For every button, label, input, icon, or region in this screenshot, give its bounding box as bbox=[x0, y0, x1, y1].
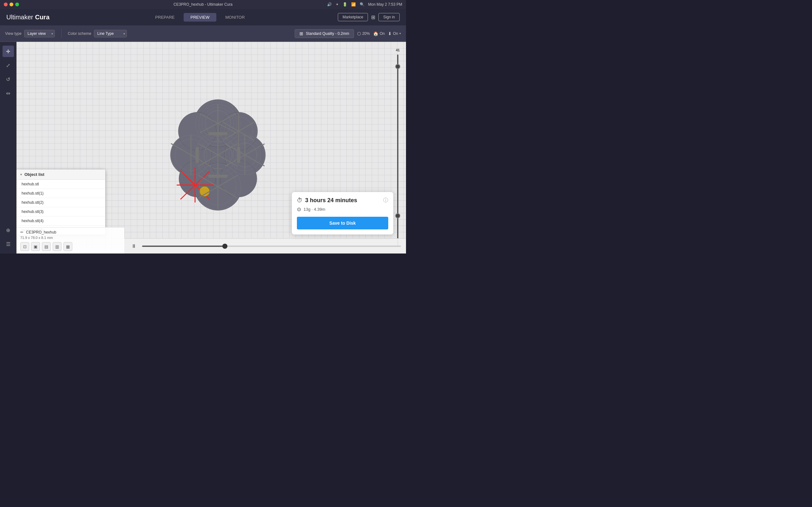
infill-icon: ⬡ bbox=[357, 31, 361, 36]
svg-rect-48 bbox=[208, 175, 227, 178]
logo-ultimaker: Ultimaker bbox=[6, 14, 33, 21]
model-name: CE3PRO_hexhub bbox=[26, 230, 56, 234]
edit-row: ✏ CE3PRO_hexhub bbox=[20, 230, 120, 234]
quality-icon: ⊞ bbox=[299, 31, 303, 36]
header-nav: PREPARE PREVIEW MONITOR bbox=[62, 13, 338, 21]
save-to-disk-button[interactable]: Save to Disk bbox=[297, 217, 388, 229]
list-item[interactable]: hexhub.stl(1) bbox=[16, 189, 105, 198]
svg-rect-49 bbox=[196, 147, 199, 163]
layer-progress-thumb[interactable] bbox=[222, 244, 227, 249]
toolbar: View type Layer view Solid view X-Ray vi… bbox=[0, 25, 406, 42]
bottom-info: ✏ CE3PRO_hexhub 71.9 x 78.0 x 8.1 mm ⊡ ▣… bbox=[16, 227, 124, 253]
traffic-lights bbox=[4, 3, 19, 6]
list-item[interactable]: hexhub.stl bbox=[16, 180, 105, 189]
print-material: 13g · 4.39m bbox=[304, 207, 325, 212]
layer-progress-fill bbox=[142, 245, 225, 247]
layer-slider[interactable]: 41 bbox=[395, 48, 401, 247]
clock-icon: ⏱ bbox=[297, 197, 303, 204]
info-icon[interactable]: ⓘ bbox=[383, 197, 388, 204]
search-icon[interactable]: 🔍 bbox=[360, 2, 364, 7]
toolbar-right: ⊞ Standard Quality - 0.2mm ⬡ 20% 🏠 On ⬇ … bbox=[295, 29, 401, 38]
rotate-tool-button[interactable]: ↺ bbox=[3, 73, 14, 85]
object-list-header[interactable]: ▾ Object list bbox=[16, 170, 105, 180]
print-material-row: ⊙ 13g · 4.39m bbox=[297, 206, 388, 212]
object-list-button[interactable]: ☰ bbox=[3, 238, 14, 250]
pause-button[interactable]: ⏸ bbox=[130, 242, 138, 250]
print-time-left: ⏱ 3 hours 24 minutes bbox=[297, 197, 357, 204]
mirror-tool-button[interactable]: ⇔ bbox=[3, 88, 14, 99]
layer-number: 41 bbox=[396, 48, 400, 52]
color-scheme-select-wrapper[interactable]: Line Type Speed Temperature bbox=[94, 30, 127, 38]
top-view-button[interactable]: ▦ bbox=[63, 242, 72, 251]
edit-icon[interactable]: ✏ bbox=[20, 230, 23, 234]
object-list-title: Object list bbox=[24, 172, 44, 177]
move-tool-button[interactable]: ✛ bbox=[3, 46, 14, 57]
adhesion-icon: ⬇ bbox=[388, 31, 392, 36]
nav-prepare[interactable]: PREPARE bbox=[148, 13, 182, 21]
side-view-button[interactable]: ▥ bbox=[53, 242, 61, 251]
logo-cura: Cura bbox=[35, 14, 49, 21]
titlebar-right: 🔊 ✦ 🔋 📶 🔍 Mon May 2 7:53 PM bbox=[327, 2, 402, 7]
close-button[interactable] bbox=[4, 3, 8, 6]
material-icon: ⊙ bbox=[297, 206, 301, 212]
fullscreen-button[interactable] bbox=[15, 3, 19, 6]
app-header: Ultimaker Cura PREPARE PREVIEW MONITOR M… bbox=[0, 9, 406, 25]
view-type-select[interactable]: Layer view Solid view X-Ray view bbox=[24, 30, 55, 38]
left-sidebar: ✛ ⤢ ↺ ⇔ ⊕ ☰ bbox=[0, 42, 16, 253]
view-type-group: View type Layer view Solid view X-Ray vi… bbox=[5, 30, 55, 38]
list-item[interactable]: hexhub.stl(4) bbox=[16, 216, 105, 226]
svg-point-32 bbox=[200, 186, 210, 196]
color-scheme-select[interactable]: Line Type Speed Temperature bbox=[94, 30, 127, 38]
infill-label: 20% bbox=[362, 32, 370, 36]
wifi-icon: 📶 bbox=[351, 2, 356, 7]
minimize-button[interactable] bbox=[9, 3, 13, 6]
canvas-area[interactable]: 41 ▾ Object list hexhub.stl hexhub.stl(1… bbox=[16, 42, 406, 253]
print-info-panel: ⏱ 3 hours 24 minutes ⓘ ⊙ 13g · 4.39m Sav… bbox=[292, 192, 393, 234]
list-item[interactable]: hexhub.stl(2) bbox=[16, 198, 105, 207]
bottom-tools: ⊡ ▣ ▤ ▥ ▦ bbox=[20, 242, 120, 251]
battery-icon: 🔋 bbox=[343, 2, 347, 7]
scale-tool-button[interactable]: ⤢ bbox=[3, 60, 14, 71]
layer-control-bar: ⏸ bbox=[124, 238, 406, 253]
support-icon: 🏠 bbox=[373, 31, 378, 36]
bluetooth-icon: ✦ bbox=[336, 2, 339, 7]
slider-thumb-bottom[interactable] bbox=[395, 213, 400, 218]
color-scheme-label: Color scheme bbox=[68, 32, 91, 36]
titlebar: CE3PRO_hexhub - Ultimaker Cura 🔊 ✦ 🔋 📶 🔍… bbox=[0, 0, 406, 9]
print-time: 3 hours 24 minutes bbox=[305, 197, 357, 204]
nav-preview[interactable]: PREVIEW bbox=[184, 13, 217, 21]
clock: Mon May 2 7:53 PM bbox=[368, 2, 402, 7]
object-list-panel: ▾ Object list hexhub.stl hexhub.stl(1) h… bbox=[16, 170, 105, 234]
adhesion-label: On bbox=[393, 32, 398, 36]
grid-icon[interactable]: ⊞ bbox=[371, 14, 375, 20]
support-label: On bbox=[380, 32, 385, 36]
infill-toggle-group: ⬡ 20% bbox=[357, 31, 370, 36]
signin-button[interactable]: Sign in bbox=[378, 13, 400, 21]
front-view-button[interactable]: ▣ bbox=[31, 242, 40, 251]
marketplace-button[interactable]: Marketplace bbox=[338, 13, 368, 21]
main-area: ✛ ⤢ ↺ ⇔ ⊕ ☰ bbox=[0, 42, 406, 253]
adhesion-arrow-icon: ▾ bbox=[399, 32, 401, 35]
color-scheme-group: Color scheme Line Type Speed Temperature bbox=[68, 30, 127, 38]
quality-button[interactable]: ⊞ Standard Quality - 0.2mm bbox=[295, 29, 354, 38]
model-dimensions: 71.9 x 78.0 x 8.1 mm bbox=[20, 236, 120, 239]
window-title: CE3PRO_hexhub - Ultimaker Cura bbox=[173, 2, 233, 7]
volume-icon: 🔊 bbox=[327, 2, 332, 7]
support-toggle-group: 🏠 On bbox=[373, 31, 385, 36]
header-actions: Marketplace ⊞ Sign in bbox=[338, 13, 400, 21]
slider-thumb-top[interactable] bbox=[395, 64, 400, 69]
nav-monitor[interactable]: MONITOR bbox=[218, 13, 252, 21]
layer-progress-track[interactable] bbox=[142, 245, 401, 247]
quality-label: Standard Quality - 0.2mm bbox=[306, 32, 349, 36]
support-tool-button[interactable]: ⊕ bbox=[3, 224, 14, 236]
slider-track[interactable] bbox=[397, 55, 398, 247]
model-container bbox=[151, 82, 285, 228]
svg-rect-47 bbox=[208, 132, 227, 135]
back-view-button[interactable]: ▤ bbox=[42, 242, 51, 251]
print-time-row: ⏱ 3 hours 24 minutes ⓘ bbox=[297, 197, 388, 204]
list-item[interactable]: hexhub.stl(3) bbox=[16, 207, 105, 216]
view-type-select-wrapper[interactable]: Layer view Solid view X-Ray view bbox=[24, 30, 55, 38]
object-list-items: hexhub.stl hexhub.stl(1) hexhub.stl(2) h… bbox=[16, 180, 105, 234]
view-type-label: View type bbox=[5, 32, 21, 36]
perspective-tool-button[interactable]: ⊡ bbox=[20, 242, 29, 251]
